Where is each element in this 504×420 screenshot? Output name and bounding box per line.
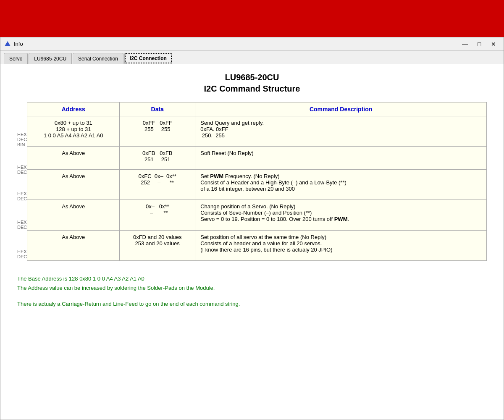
desc-cell-2: Soft Reset (No Reply): [195, 147, 487, 170]
table-row: As Above 0x– 0x** – ** Change position o…: [27, 200, 487, 230]
row-2-side: HEX DEC: [17, 158, 27, 182]
footer-info-2: There is actualy a Carriage-Return and L…: [17, 299, 487, 309]
tab-serial[interactable]: Serial Connection: [73, 53, 123, 64]
desc-cell-3: Set PWM Frequency. (No Reply)Consist of …: [195, 170, 487, 200]
addr-cell-1: 0x80 + up to 31 128 + up to 31 1 0 0 A5 …: [27, 116, 120, 147]
row-4-side: HEX DEC: [17, 210, 27, 239]
addr-cell-5: As Above: [27, 230, 120, 260]
desc-cell-1: Send Query and get reply. 0xFA. 0xFF 250…: [195, 116, 487, 147]
desc-cell-4: Change position of a Servo. (No Reply)Co…: [195, 200, 487, 230]
footer-line3: There is actualy a Carriage-Return and L…: [17, 299, 487, 309]
header-data: Data: [120, 102, 195, 116]
tab-lu9685[interactable]: LU9685-20CU: [29, 53, 72, 64]
header-address: Address: [27, 102, 120, 116]
table-row: As Above 0xFB 0xFB 251 251 Soft Reset (N…: [27, 147, 487, 170]
tab-servo[interactable]: Servo: [4, 53, 28, 64]
table-row: As Above 0xFD and 20 values 253 and 20 v…: [27, 230, 487, 260]
data-cell-5: 0xFD and 20 values 253 and 20 values: [120, 230, 195, 260]
table-row: As Above 0xFC 0x– 0x** 252 – ** Set PWM …: [27, 170, 487, 200]
footer-info: The Base Address is 128 0x80 1 0 0 A4 A3…: [17, 274, 487, 293]
content-area: LU9685-20CU I2C Command Structure HEX DE…: [0, 64, 504, 420]
main-window: Info — □ ✕ Servo LU9685-20CU Serial Conn…: [0, 37, 504, 420]
addr-cell-4: As Above: [27, 200, 120, 230]
row-1-side: HEX DEC BIN: [17, 121, 27, 158]
tab-i2c[interactable]: I2C Connection: [124, 53, 172, 64]
sub-title: I2C Command Structure: [17, 84, 487, 94]
addr-cell-2: As Above: [27, 147, 120, 170]
tab-bar: Servo LU9685-20CU Serial Connection I2C …: [0, 51, 504, 64]
title-bar: Info — □ ✕: [0, 37, 504, 51]
header-description: Command Description: [195, 102, 487, 116]
side-labels: HEX DEC BIN HEX DEC HEX DEC HEX DEC HE: [17, 102, 27, 269]
command-table: Address Data Command Description 0x80 + …: [27, 102, 487, 261]
data-cell-1: 0xFF 0xFF 255 255: [120, 116, 195, 147]
addr-cell-3: As Above: [27, 170, 120, 200]
table-row: 0x80 + up to 31 128 + up to 31 1 0 0 A5 …: [27, 116, 487, 147]
data-cell-2: 0xFB 0xFB 251 251: [120, 147, 195, 170]
main-title: LU9685-20CU: [17, 73, 487, 82]
footer-line2: The Address value can be increased by so…: [17, 284, 487, 293]
table-wrapper: HEX DEC BIN HEX DEC HEX DEC HEX DEC HE: [17, 102, 487, 269]
desc-cell-5: Set position of all servo at the same ti…: [195, 230, 487, 260]
window-controls: — □ ✕: [458, 39, 500, 49]
data-cell-4: 0x– 0x** – **: [120, 200, 195, 230]
close-button[interactable]: ✕: [487, 39, 500, 49]
maximize-button[interactable]: □: [472, 39, 486, 49]
app-icon: [4, 40, 11, 48]
footer-line1: The Base Address is 128 0x80 1 0 0 A4 A3…: [17, 274, 487, 284]
minimize-button[interactable]: —: [458, 39, 472, 49]
row-3-side: HEX DEC: [17, 182, 27, 210]
row-5-side: HEX DEC: [17, 239, 27, 269]
data-cell-3: 0xFC 0x– 0x** 252 – **: [120, 170, 195, 200]
window-title: Info: [14, 41, 458, 47]
